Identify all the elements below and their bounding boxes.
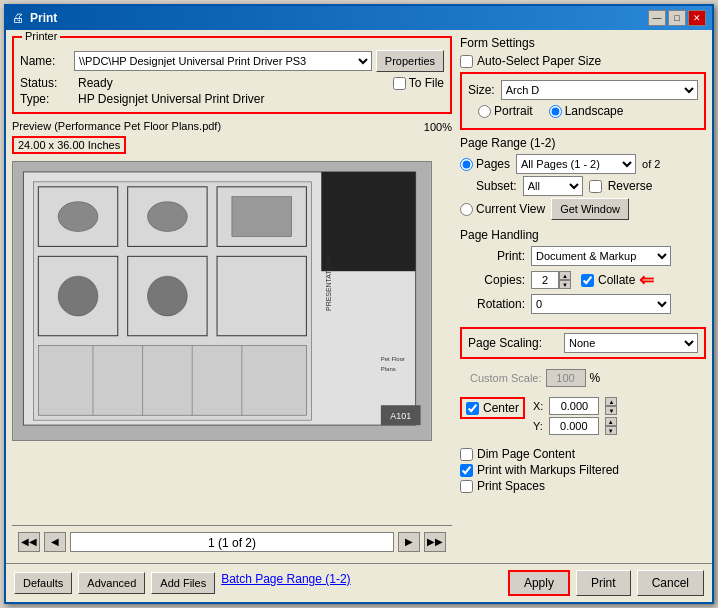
printer-group-label: Printer — [22, 30, 60, 42]
landscape-radio[interactable] — [549, 105, 562, 118]
status-value: Ready — [78, 76, 113, 90]
close-button[interactable]: ✕ — [688, 10, 706, 26]
landscape-radio-label[interactable]: Landscape — [549, 104, 624, 118]
type-value: HP Designjet Universal Print Driver — [78, 92, 265, 106]
page-scaling-select[interactable]: None — [564, 333, 698, 353]
x-down-button[interactable]: ▼ — [605, 406, 617, 415]
x-label: X: — [533, 400, 543, 412]
dim-page-label: Dim Page Content — [477, 447, 575, 461]
pages-radio[interactable] — [460, 158, 473, 171]
advanced-button[interactable]: Advanced — [78, 572, 145, 594]
x-up-button[interactable]: ▲ — [605, 397, 617, 406]
preview-pct: 100% — [424, 121, 452, 133]
x-input[interactable] — [549, 397, 599, 415]
y-label: Y: — [533, 420, 543, 432]
svg-point-11 — [148, 202, 188, 232]
auto-select-label: Auto-Select Paper Size — [477, 54, 601, 68]
svg-rect-15 — [38, 346, 306, 416]
print-markups-label: Print with Markups Filtered — [477, 463, 619, 477]
svg-point-12 — [58, 276, 98, 316]
of-label: of 2 — [642, 158, 660, 170]
svg-text:A101: A101 — [390, 411, 411, 421]
svg-text:Plans: Plans — [381, 366, 396, 372]
add-files-button[interactable]: Add Files — [151, 572, 215, 594]
printer-group: Printer Name: \\PDC\HP Designjet Univers… — [12, 36, 452, 114]
page-display: 1 (1 of 2) — [70, 532, 394, 552]
center-checkbox[interactable] — [466, 402, 479, 415]
page-handling-section: Page Handling Print: Document & Markup C… — [460, 228, 706, 317]
batch-link[interactable]: Batch Page Range (1-2) — [221, 572, 350, 594]
form-settings-section: Form Settings Auto-Select Paper Size Siz… — [460, 36, 706, 130]
print-markups-checkbox[interactable] — [460, 464, 473, 477]
y-down-button[interactable]: ▼ — [605, 426, 617, 435]
page-handling-title: Page Handling — [460, 228, 706, 242]
properties-button[interactable]: Properties — [376, 50, 444, 72]
svg-rect-2 — [321, 172, 415, 271]
portrait-radio[interactable] — [478, 105, 491, 118]
y-input[interactable] — [549, 417, 599, 435]
custom-scale-label: Custom Scale: — [470, 372, 542, 384]
next-page-button[interactable]: ▶ — [398, 532, 420, 552]
print-button[interactable]: Print — [576, 570, 631, 596]
portrait-radio-label[interactable]: Portrait — [478, 104, 533, 118]
apply-button[interactable]: Apply — [508, 570, 570, 596]
printer-select[interactable]: \\PDC\HP Designjet Universal Print Drive… — [74, 51, 372, 71]
pages-select[interactable]: All Pages (1 - 2) — [516, 154, 636, 174]
xy-section: X: ▲ ▼ Y: ▲ ▼ — [533, 397, 617, 437]
title-bar: 🖨 Print — □ ✕ — [6, 6, 712, 30]
y-up-button[interactable]: ▲ — [605, 417, 617, 426]
reverse-checkbox[interactable] — [589, 180, 602, 193]
collate-checkbox[interactable] — [581, 274, 594, 287]
last-page-button[interactable]: ▶▶ — [424, 532, 446, 552]
preview-section: Preview (Performance Pet Floor Plans.pdf… — [12, 120, 452, 519]
svg-text:PRESENTATION: PRESENTATION — [325, 258, 332, 311]
subset-label: Subset: — [476, 179, 517, 193]
pages-radio-label[interactable]: Pages — [460, 157, 510, 171]
defaults-button[interactable]: Defaults — [14, 572, 72, 594]
auto-select-checkbox[interactable] — [460, 55, 473, 68]
preview-label: Preview (Performance Pet Floor Plans.pdf… — [12, 120, 221, 132]
copies-down-button[interactable]: ▼ — [559, 280, 571, 289]
page-scaling-box: Page Scaling: None — [460, 327, 706, 359]
get-window-button[interactable]: Get Window — [551, 198, 629, 220]
print-spaces-label: Print Spaces — [477, 479, 545, 493]
nav-bar: ◀◀ ◀ 1 (1 of 2) ▶ ▶▶ — [12, 525, 452, 557]
custom-scale-input[interactable] — [546, 369, 586, 387]
left-panel: Printer Name: \\PDC\HP Designjet Univers… — [12, 36, 452, 557]
current-view-radio-label[interactable]: Current View — [460, 202, 545, 216]
print-label: Print: — [460, 249, 525, 263]
maximize-button[interactable]: □ — [668, 10, 686, 26]
prev-page-button[interactable]: ◀ — [44, 532, 66, 552]
preview-canvas: PRESENTATION Pet Floor Plans A101 — [12, 161, 432, 441]
minimize-button[interactable]: — — [648, 10, 666, 26]
rotation-label: Rotation: — [460, 297, 525, 311]
cancel-button[interactable]: Cancel — [637, 570, 704, 596]
print-dialog: 🖨 Print — □ ✕ Printer Name: \\PDC\HP Des… — [4, 4, 714, 604]
dim-page-checkbox[interactable] — [460, 448, 473, 461]
current-view-radio[interactable] — [460, 203, 473, 216]
collate-arrow-icon: ⇐ — [639, 269, 654, 291]
copies-up-button[interactable]: ▲ — [559, 271, 571, 280]
type-label: Type: — [20, 92, 70, 106]
rotation-select[interactable]: 0 — [531, 294, 671, 314]
to-file-label[interactable]: To File — [393, 76, 444, 90]
name-label: Name: — [20, 54, 70, 68]
size-select[interactable]: Arch D — [501, 80, 698, 100]
print-spaces-checkbox[interactable] — [460, 480, 473, 493]
bottom-bar: Defaults Advanced Add Files Batch Page R… — [6, 563, 712, 602]
first-page-button[interactable]: ◀◀ — [18, 532, 40, 552]
page-scaling-label: Page Scaling: — [468, 336, 558, 350]
copies-input[interactable] — [531, 271, 559, 289]
bottom-right-buttons: Apply Print Cancel — [508, 570, 704, 596]
window-title: Print — [30, 11, 57, 25]
svg-text:Pet Floor: Pet Floor — [381, 356, 405, 362]
custom-scale-row: Custom Scale: % — [470, 369, 706, 387]
title-buttons: — □ ✕ — [648, 10, 706, 26]
status-label: Status: — [20, 76, 70, 90]
print-select[interactable]: Document & Markup — [531, 246, 671, 266]
center-box: Center — [460, 397, 525, 419]
subset-select[interactable]: All — [523, 176, 583, 196]
svg-point-10 — [58, 202, 98, 232]
to-file-checkbox[interactable] — [393, 77, 406, 90]
custom-scale-unit: % — [590, 371, 601, 385]
